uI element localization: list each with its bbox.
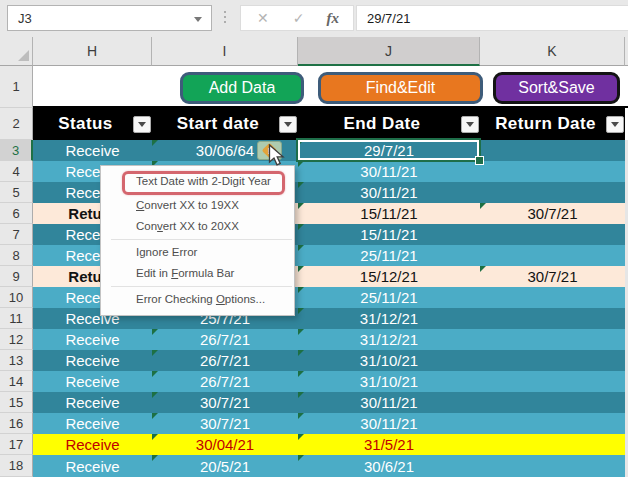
cell-end-date[interactable]: 30/6/21 (298, 455, 480, 477)
find-edit-button[interactable]: Find&Edit (318, 72, 483, 104)
error-triangle-icon (480, 203, 486, 209)
row-number[interactable]: 7 (0, 224, 33, 245)
cell-end-date[interactable]: 31/10/21 (298, 350, 480, 371)
row-number[interactable]: 3 (0, 140, 33, 161)
menu-item[interactable]: Convert XX to 19XX (101, 195, 294, 216)
cell-end-date[interactable]: 15/12/21 (298, 266, 480, 287)
cell-return-date[interactable] (480, 161, 625, 182)
cell-start-date[interactable]: 30/7/21 (152, 392, 298, 413)
cell-return-date[interactable]: 30/7/21 (480, 203, 625, 224)
header-cell-return-date[interactable]: Return Date (480, 108, 625, 140)
cell-return-date[interactable] (480, 140, 625, 161)
name-box-dropdown-icon[interactable] (194, 17, 202, 22)
cell-start-date[interactable]: 20/5/21 (152, 455, 298, 477)
row-number[interactable]: 2 (0, 108, 33, 140)
row-number[interactable]: 18 (0, 455, 33, 477)
cell-return-date[interactable] (480, 245, 625, 266)
row-number[interactable]: 4 (0, 161, 33, 182)
cell-return-date[interactable] (480, 224, 625, 245)
row-number[interactable]: 14 (0, 371, 33, 392)
filter-dropdown-icon[interactable] (461, 116, 479, 133)
menu-item[interactable]: Error Checking Options... (101, 289, 294, 310)
error-triangle-icon (298, 203, 304, 209)
select-all-corner[interactable] (0, 37, 33, 66)
menu-item[interactable]: Edit in Formula Bar (101, 263, 294, 284)
cell-start-date[interactable]: 26/7/21 (152, 329, 298, 350)
fill-handle[interactable] (475, 156, 484, 165)
cell-end-date[interactable]: 30/11/21 (298, 161, 480, 182)
cell-end-date[interactable]: 30/11/21 (298, 413, 480, 434)
sheet-row-2: 2 Status Start date End Date Return Date (0, 108, 628, 140)
row-number[interactable]: 12 (0, 329, 33, 350)
cell-return-date[interactable] (480, 371, 625, 392)
cell-return-date[interactable] (480, 287, 625, 308)
header-cell-start-date[interactable]: Start date (152, 108, 298, 140)
error-triangle-icon (298, 308, 304, 314)
cell-start-date[interactable]: 26/7/21 (152, 350, 298, 371)
cell-status[interactable]: Receive (33, 434, 152, 455)
row-number[interactable]: 13 (0, 350, 33, 371)
formula-input[interactable]: 29/7/21 (356, 5, 628, 31)
cell-end-date[interactable]: 30/11/21 (298, 392, 480, 413)
cell-return-date[interactable] (480, 350, 625, 371)
filter-dropdown-icon[interactable] (133, 116, 151, 133)
cell-end-date[interactable]: 15/11/21 (298, 203, 480, 224)
row-number[interactable]: 15 (0, 392, 33, 413)
column-header-k[interactable]: K (480, 37, 625, 66)
cell-status[interactable]: Receive (33, 140, 152, 161)
cell-return-date[interactable] (480, 434, 625, 455)
filter-dropdown-icon[interactable] (606, 116, 624, 133)
cell-return-date[interactable] (480, 182, 625, 203)
cell-end-date[interactable]: 31/12/21 (298, 308, 480, 329)
table-row: 14 Receive 26/7/21 31/10/21 (0, 371, 628, 392)
row-number[interactable]: 10 (0, 287, 33, 308)
cell-status[interactable]: Receive (33, 371, 152, 392)
cell-return-date[interactable]: 30/7/21 (480, 266, 625, 287)
cell-status[interactable]: Receive (33, 413, 152, 434)
cell-end-date[interactable]: 31/5/21 (298, 434, 480, 455)
cell-end-date[interactable]: 31/12/21 (298, 329, 480, 350)
cell-start-date[interactable]: 30/04/21 (152, 434, 298, 455)
cell-return-date[interactable] (480, 308, 625, 329)
row-number[interactable]: 1 (0, 66, 33, 108)
cell-status[interactable]: Receive (33, 392, 152, 413)
row-number[interactable]: 16 (0, 413, 33, 434)
cell-start-date[interactable]: 30/7/21 (152, 413, 298, 434)
cancel-icon[interactable]: ✕ (257, 10, 269, 26)
cell-status[interactable]: Receive (33, 455, 152, 477)
cell-end-date[interactable]: 31/10/21 (298, 371, 480, 392)
menu-item[interactable]: Convert XX to 20XX (101, 216, 294, 237)
row-number[interactable]: 11 (0, 308, 33, 329)
cell-return-date[interactable] (480, 455, 625, 477)
column-header-j[interactable]: J (298, 37, 480, 66)
row-number[interactable]: 5 (0, 182, 33, 203)
header-cell-status[interactable]: Status (33, 108, 152, 140)
error-triangle-icon (298, 329, 304, 335)
cell-status[interactable]: Receive (33, 350, 152, 371)
cell-end-date[interactable]: 25/11/21 (298, 287, 480, 308)
filter-dropdown-icon[interactable] (279, 116, 297, 133)
header-cell-end-date[interactable]: End Date (298, 108, 480, 140)
confirm-icon[interactable]: ✓ (293, 10, 305, 26)
cell-return-date[interactable] (480, 413, 625, 434)
row-number[interactable]: 9 (0, 266, 33, 287)
name-box[interactable]: J3 (7, 5, 212, 31)
cell-start-date[interactable]: 26/7/21 (152, 371, 298, 392)
row-number[interactable]: 8 (0, 245, 33, 266)
cell-end-date[interactable]: 25/11/21 (298, 245, 480, 266)
column-header-i[interactable]: I (152, 37, 298, 66)
row-number[interactable]: 6 (0, 203, 33, 224)
row-number[interactable]: 17 (0, 434, 33, 455)
cell-end-date[interactable]: 15/11/21 (298, 224, 480, 245)
add-data-button[interactable]: Add Data (180, 72, 304, 104)
cell-return-date[interactable] (480, 329, 625, 350)
cell-return-date[interactable] (480, 392, 625, 413)
column-header-h[interactable]: H (33, 37, 152, 66)
table-row: 10 Receive 25/11/21 (0, 287, 628, 308)
sort-save-button[interactable]: Sort&Save (493, 72, 620, 104)
error-triangle-icon (298, 182, 304, 188)
cell-end-date[interactable]: 30/11/21 (298, 182, 480, 203)
menu-item[interactable]: Ignore Error (101, 242, 294, 263)
cell-status[interactable]: Receive (33, 329, 152, 350)
insert-function-icon[interactable]: fx (326, 10, 339, 27)
